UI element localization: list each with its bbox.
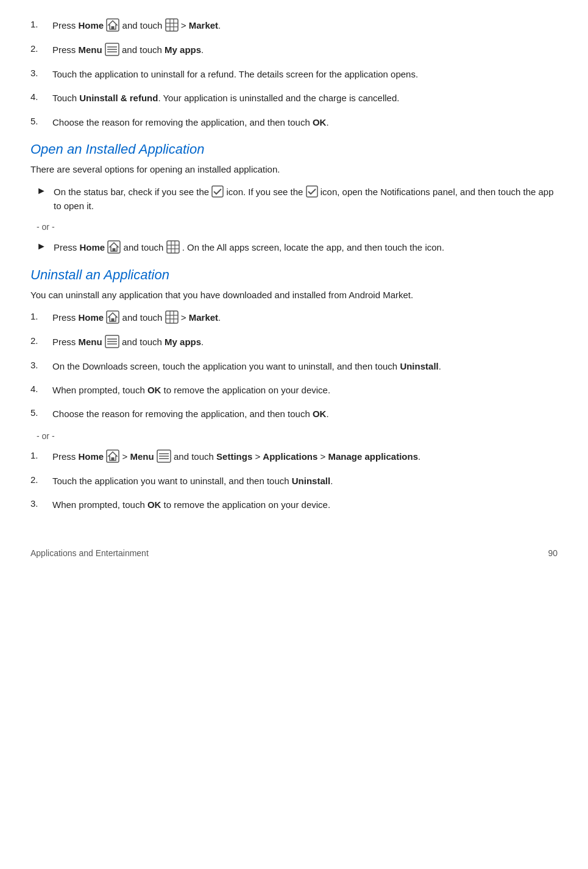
- u-step-num-3: 3.: [30, 359, 52, 370]
- ub-step-3: 3. When prompted, touch OK to remove the…: [30, 498, 558, 512]
- ub-step-num-2: 2.: [30, 474, 52, 485]
- step-num-5: 5.: [30, 115, 52, 126]
- u-step-num-5: 5.: [30, 407, 52, 418]
- footer-left: Applications and Entertainment: [30, 548, 149, 558]
- ub-step-num-1: 1.: [30, 449, 52, 460]
- u-step-num-2: 2.: [30, 335, 52, 346]
- step-text-4: Touch Uninstall & refund. Your applicati…: [52, 91, 558, 105]
- menu-icon-u2: [105, 335, 119, 348]
- ub-step-text-1: Press Home > Menu and touch Settings > A…: [52, 449, 558, 464]
- grid-icon-u1: [165, 310, 179, 324]
- section2-intro: You can uninstall any application that y…: [30, 288, 558, 302]
- u-step-text-5: Choose the reason for removing the appli…: [52, 407, 558, 421]
- u-step-num-4: 4.: [30, 383, 52, 394]
- u-step-text-3: On the Downloads screen, touch the appli…: [52, 359, 558, 373]
- step-1: 1. Press Home and touch > Market.: [30, 18, 558, 33]
- u-step-num-1: 1.: [30, 310, 52, 321]
- bullet-2: ► Press Home and touch . On the All apps…: [37, 240, 558, 255]
- u-step-5: 5. Choose the reason for removing the ap…: [30, 407, 558, 421]
- top-steps: 1. Press Home and touch > Market. 2. Pre…: [30, 18, 558, 129]
- uninstall-steps-a: 1. Press Home and touch > Market. 2. Pre…: [30, 310, 558, 421]
- bullet-arrow-1: ►: [37, 185, 54, 196]
- u-step-1: 1. Press Home and touch > Market.: [30, 310, 558, 325]
- uninstall-steps-b: 1. Press Home > Menu and touch Settings …: [30, 449, 558, 512]
- step-text-3: Touch the application to uninstall for a…: [52, 67, 558, 81]
- page-content: 1. Press Home and touch > Market. 2. Pre…: [30, 18, 558, 558]
- u-step-2: 2. Press Menu and touch My apps.: [30, 335, 558, 349]
- menu-icon: [105, 43, 119, 56]
- step-num-1: 1.: [30, 18, 52, 29]
- step-5: 5. Choose the reason for removing the ap…: [30, 115, 558, 129]
- section1-intro: There are several options for opening an…: [30, 162, 558, 176]
- ub-step-text-3: When prompted, touch OK to remove the ap…: [52, 498, 558, 512]
- step-text-5: Choose the reason for removing the appli…: [52, 115, 558, 129]
- home-icon: [106, 18, 119, 32]
- ub-step-text-2: Touch the application you want to uninst…: [52, 474, 558, 488]
- ub-step-num-3: 3.: [30, 498, 52, 509]
- footer: Applications and Entertainment 90: [30, 548, 558, 558]
- step-4: 4. Touch Uninstall & refund. Your applic…: [30, 91, 558, 105]
- section1-title: Open an Installed Application: [30, 141, 558, 157]
- home-icon-ub1: [106, 449, 119, 463]
- step-2: 2. Press Menu and touch My apps.: [30, 43, 558, 57]
- grid-icon-2: [166, 240, 180, 254]
- section2-title: Uninstall an Application: [30, 267, 558, 283]
- step-text-2: Press Menu and touch My apps.: [52, 43, 558, 57]
- check-icon-1b: [306, 185, 318, 198]
- bullet-1: ► On the status bar, check if you see th…: [37, 185, 558, 213]
- u-step-text-4: When prompted, touch OK to remove the ap…: [52, 383, 558, 397]
- ub-step-1: 1. Press Home > Menu and touch Settings …: [30, 449, 558, 464]
- footer-right: 90: [548, 548, 558, 558]
- home-icon-2: [107, 240, 121, 254]
- grid-icon: [165, 18, 179, 32]
- step-num-2: 2.: [30, 43, 52, 54]
- bullet-arrow-2: ►: [37, 240, 54, 252]
- step-text-1: Press Home and touch > Market.: [52, 18, 558, 33]
- bullet-text-2: Press Home and touch . On the All apps s…: [54, 240, 558, 255]
- ub-step-2: 2. Touch the application you want to uni…: [30, 474, 558, 488]
- step-num-4: 4.: [30, 91, 52, 102]
- step-num-3: 3.: [30, 67, 52, 78]
- or-divider-1: - or -: [37, 222, 558, 232]
- check-icon-1a: [211, 185, 224, 198]
- u-step-4: 4. When prompted, touch OK to remove the…: [30, 383, 558, 397]
- home-icon-u1: [106, 310, 119, 324]
- u-step-text-1: Press Home and touch > Market.: [52, 310, 558, 325]
- u-step-3: 3. On the Downloads screen, touch the ap…: [30, 359, 558, 373]
- step-3: 3. Touch the application to uninstall fo…: [30, 67, 558, 81]
- u-step-text-2: Press Menu and touch My apps.: [52, 335, 558, 349]
- menu-icon-ub1: [157, 449, 171, 463]
- or-divider-2: - or -: [37, 431, 558, 441]
- bullet-text-1: On the status bar, check if you see the …: [54, 185, 558, 213]
